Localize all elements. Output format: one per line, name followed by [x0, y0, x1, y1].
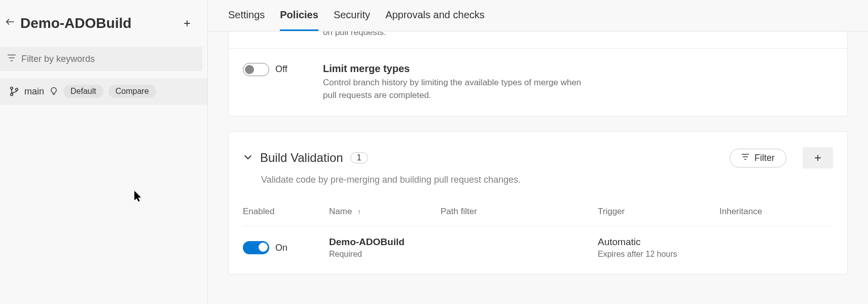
col-trigger[interactable]: Trigger	[598, 207, 719, 217]
filter-input[interactable]	[21, 54, 195, 64]
comment-resolution-desc-line2: on pull requests.	[323, 31, 386, 37]
chevron-down-icon	[243, 155, 253, 163]
filter-icon	[741, 153, 749, 163]
branch-icon	[9, 86, 19, 96]
build-validation-subtitle: Validate code by pre-merging and buildin…	[229, 173, 847, 197]
filter-icon	[7, 53, 16, 64]
build-table-header: Enabled Name ↑ Path filter Trigger Inher…	[243, 197, 833, 226]
build-validation-filter-button[interactable]: Filter	[730, 149, 786, 167]
main-area: Settings Policies Security Approvals and…	[208, 0, 868, 304]
tabs: Settings Policies Security Approvals and…	[208, 0, 868, 31]
limit-merge-title: Limit merge types	[323, 63, 833, 75]
row-enabled-toggle[interactable]	[243, 241, 269, 254]
row-name-sub: Required	[329, 250, 441, 259]
repo-title: Demo-ADOBuild	[20, 15, 177, 31]
collapse-build-validation[interactable]	[243, 152, 253, 164]
svg-point-0	[11, 87, 13, 90]
table-row[interactable]: On Demo-ADOBuild Required Automatic Expi…	[243, 226, 833, 269]
branch-name: main	[24, 86, 44, 97]
col-path[interactable]: Path filter	[441, 207, 598, 217]
tag-compare[interactable]: Compare	[108, 85, 156, 98]
lightbulb-icon	[49, 87, 58, 96]
tab-policies[interactable]: Policies	[280, 9, 318, 31]
build-validation-count: 1	[350, 152, 368, 163]
tab-settings[interactable]: Settings	[228, 9, 265, 31]
row-name: Demo-ADOBuild	[329, 237, 441, 248]
sort-asc-icon: ↑	[357, 208, 361, 216]
row-trigger-sub: Expires after 12 hours	[598, 250, 719, 259]
build-validation-card: Build Validation 1 Filter + Validate cod…	[228, 131, 848, 275]
svg-point-2	[16, 88, 18, 91]
branch-policies-card: Check to see that all comments have been…	[228, 31, 848, 116]
tab-approvals[interactable]: Approvals and checks	[385, 9, 485, 31]
filter-button-label: Filter	[754, 153, 775, 163]
tab-security[interactable]: Security	[334, 9, 370, 31]
limit-merge-desc: Control branch history by limiting the a…	[323, 77, 587, 102]
col-name[interactable]: Name ↑	[329, 207, 441, 217]
plus-icon: +	[814, 151, 821, 165]
row-enabled-label: On	[275, 243, 287, 253]
limit-merge-toggle[interactable]	[243, 63, 269, 76]
col-enabled[interactable]: Enabled	[243, 207, 329, 217]
tag-default[interactable]: Default	[63, 85, 103, 98]
sidebar: Demo-ADOBuild + main Default Compare	[0, 0, 208, 304]
col-inheritance[interactable]: Inheritance	[719, 207, 833, 217]
row-trigger: Automatic	[598, 237, 719, 248]
arrow-left-icon	[5, 16, 16, 30]
branch-item-main[interactable]: main Default Compare	[0, 78, 207, 105]
add-build-validation-button[interactable]: +	[803, 147, 833, 168]
plus-icon: +	[184, 16, 191, 30]
filter-box[interactable]	[0, 47, 202, 71]
add-branch-button[interactable]: +	[177, 16, 197, 30]
build-validation-title: Build Validation	[260, 151, 343, 165]
svg-point-1	[11, 93, 13, 96]
limit-merge-toggle-label: Off	[275, 64, 287, 75]
back-button[interactable]	[0, 16, 20, 30]
